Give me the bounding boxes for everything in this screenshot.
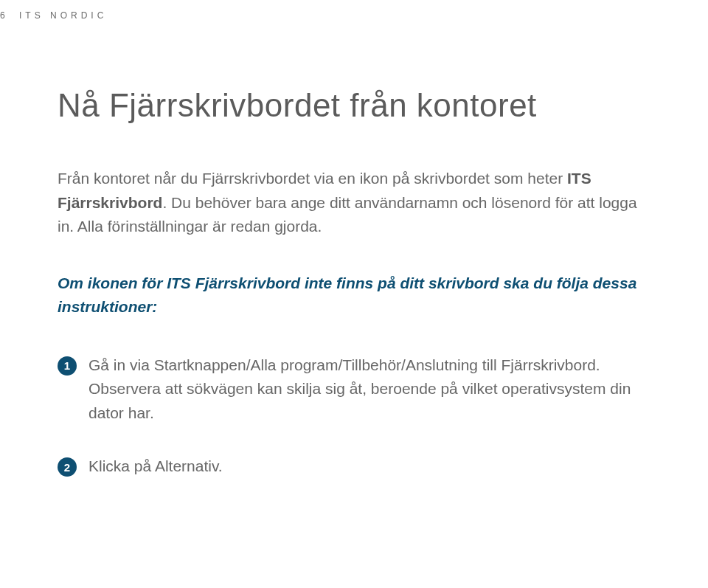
intro-text-1: Från kontoret når du Fjärrskrivbordet vi…	[58, 170, 567, 187]
step-text-1: Gå in via Startknappen/Alla program/Till…	[88, 353, 649, 426]
list-item: 1 Gå in via Startknappen/Alla program/Ti…	[58, 353, 664, 426]
list-item: 2 Klicka på Alternativ.	[58, 454, 664, 479]
document-page: 6 ITS NORDIC Nå Fjärrskrivbordet från ko…	[0, 0, 708, 588]
page-title: Nå Fjärrskrivbordet från kontoret	[58, 87, 664, 124]
intro-paragraph: Från kontoret når du Fjärrskrivbordet vi…	[58, 167, 648, 239]
subheading: Om ikonen för ITS Fjärrskrivbord inte fi…	[58, 271, 648, 319]
brand-name: ITS NORDIC	[19, 10, 107, 21]
running-header: 6 ITS NORDIC	[0, 10, 107, 21]
step-text-2: Klicka på Alternativ.	[88, 454, 223, 479]
step-list: 1 Gå in via Startknappen/Alla program/Ti…	[58, 353, 664, 479]
step-badge-2: 2	[58, 457, 77, 477]
step-badge-1: 1	[58, 356, 77, 376]
page-number: 6	[0, 10, 9, 21]
